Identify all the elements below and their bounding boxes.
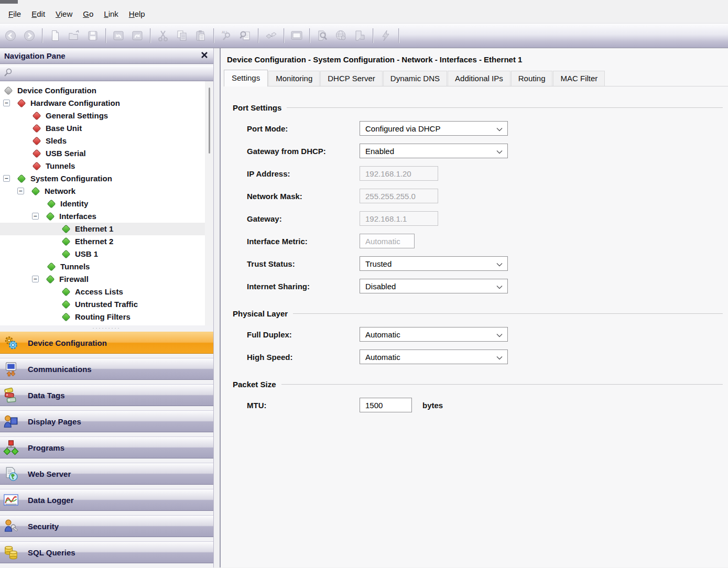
copy-icon[interactable] — [172, 27, 191, 44]
back-icon[interactable] — [1, 27, 20, 44]
plug-icon[interactable] — [262, 27, 280, 44]
category-device-configuration[interactable]: Device Configuration — [0, 332, 213, 354]
full-duplex-select[interactable]: Automatic — [360, 327, 508, 342]
category-security[interactable]: Security — [0, 515, 213, 537]
group-port-settings: Port Settings — [233, 103, 723, 112]
port-mode-select[interactable]: Configured via DHCP — [360, 121, 508, 136]
tree-item-usb-serial[interactable]: USB Serial — [0, 147, 213, 160]
pane-divider[interactable] — [214, 48, 220, 567]
collapse-icon[interactable] — [3, 175, 10, 182]
tree-item-general-settings[interactable]: General Settings — [0, 110, 213, 122]
screen-icon[interactable] — [287, 27, 306, 44]
tree-item-sleds[interactable]: Sleds — [0, 135, 213, 147]
lightning-icon[interactable] — [376, 27, 395, 44]
internet-sharing-select[interactable]: Disabled — [360, 279, 508, 293]
tree-item-tunnels-hw[interactable]: Tunnels — [0, 160, 213, 172]
tab-dynamic-dns[interactable]: Dynamic DNS — [383, 71, 447, 86]
tree-item-device-configuration[interactable]: Device Configuration — [0, 84, 213, 97]
toolbar-separator — [105, 28, 106, 43]
menu-help[interactable]: Help — [124, 7, 150, 20]
row-gateway: Gateway: 192.168.1.1 — [247, 211, 728, 226]
category-communications[interactable]: Communications — [0, 358, 213, 380]
tree-search-bar[interactable] — [0, 65, 213, 81]
tree-item-identity[interactable]: Identity — [0, 198, 213, 210]
open-icon[interactable] — [64, 27, 83, 44]
category-buttons: Device Configuration Communications Data… — [0, 331, 213, 567]
toolbar-separator — [150, 28, 150, 43]
category-web-server[interactable]: Web Server — [0, 463, 213, 485]
ip-address-field: 192.168.1.20 — [360, 166, 438, 181]
find-all-icon[interactable]: ALL — [217, 27, 236, 44]
row-internet-sharing: Internet Sharing: Disabled — [247, 279, 728, 293]
category-data-logger[interactable]: Data Logger — [0, 489, 213, 511]
save-icon[interactable] — [83, 27, 102, 44]
menu-view[interactable]: View — [50, 7, 78, 20]
tab-mac-filter[interactable]: MAC Filter — [553, 71, 605, 86]
undo-icon[interactable] — [109, 27, 128, 44]
tree-scrollbar-thumb[interactable] — [209, 88, 210, 154]
category-programs[interactable]: Programs — [0, 436, 213, 458]
tree-item-ethernet-1[interactable]: Ethernet 1 — [0, 223, 213, 235]
collapse-icon[interactable] — [3, 100, 10, 106]
mtu-input[interactable]: 1500 — [360, 398, 412, 412]
menu-file[interactable]: File — [3, 7, 26, 20]
menu-link[interactable]: Link — [99, 7, 124, 20]
row-gateway-from-dhcp: Gateway from DHCP: Enabled — [247, 144, 728, 158]
close-icon[interactable] — [201, 51, 208, 60]
category-display-pages[interactable]: Display Pages — [0, 410, 213, 432]
tree-scrollbar[interactable] — [205, 81, 213, 325]
tab-dhcp-server[interactable]: DHCP Server — [320, 71, 383, 86]
tree-item-hardware-configuration[interactable]: Hardware Configuration — [0, 97, 213, 110]
high-speed-select[interactable]: Automatic — [360, 349, 508, 364]
tree-item-routing-filters[interactable]: Routing Filters — [0, 311, 213, 323]
sql-queries-icon — [2, 543, 20, 562]
toolbar-separator — [42, 28, 42, 43]
diamond-icon — [17, 99, 26, 107]
diamond-icon — [62, 249, 71, 258]
tree-item-usb-1[interactable]: USB 1 — [0, 248, 213, 260]
tree-item-tunnels-net[interactable]: Tunnels — [0, 260, 213, 273]
collapse-icon[interactable] — [32, 213, 39, 220]
tab-routing[interactable]: Routing — [511, 71, 553, 86]
zoom-icon[interactable] — [313, 27, 332, 44]
tree-item-access-lists[interactable]: Access Lists — [0, 286, 213, 298]
category-data-tags[interactable]: Data Tags — [0, 384, 213, 406]
gears-icon — [2, 333, 20, 352]
redo-icon[interactable] — [128, 27, 147, 44]
cut-icon[interactable] — [154, 27, 172, 44]
menu-edit[interactable]: Edit — [26, 7, 50, 20]
web-icon[interactable] — [332, 27, 351, 44]
menu-bar: File Edit View Go Link Help — [0, 4, 728, 24]
forward-icon[interactable] — [20, 27, 39, 44]
security-icon — [2, 517, 20, 536]
row-trust-status: Trust Status: Trusted — [247, 256, 728, 271]
category-sql-queries[interactable]: SQL Queries — [0, 541, 213, 563]
tree-item-network[interactable]: Network — [0, 185, 213, 198]
tree-item-interfaces[interactable]: Interfaces — [0, 210, 213, 223]
pane-splitter[interactable]: ········· — [0, 325, 213, 331]
collapse-icon[interactable] — [17, 188, 24, 194]
tree-item-ethernet-2[interactable]: Ethernet 2 — [0, 235, 213, 248]
collapse-icon[interactable] — [32, 276, 39, 282]
find-in-document-icon[interactable] — [236, 27, 255, 44]
tree-item-firewall[interactable]: Firewall — [0, 273, 213, 286]
row-network-mask: Network Mask: 255.255.255.0 — [247, 189, 728, 203]
page-link-icon[interactable] — [351, 27, 370, 44]
diamond-icon — [62, 325, 71, 325]
paste-icon[interactable] — [191, 27, 210, 44]
interface-metric-field[interactable]: Automatic — [360, 234, 415, 248]
gateway-from-dhcp-select[interactable]: Enabled — [360, 144, 508, 158]
tree-item-untrusted-traffic[interactable]: Untrusted Traffic — [0, 298, 213, 311]
menu-go[interactable]: Go — [78, 7, 99, 20]
tab-settings[interactable]: Settings — [224, 70, 268, 86]
trust-status-select[interactable]: Trusted — [360, 256, 508, 271]
tab-additional-ips[interactable]: Additional IPs — [448, 71, 510, 86]
row-port-mode: Port Mode: Configured via DHCP — [247, 121, 728, 136]
tab-monitoring[interactable]: Monitoring — [268, 71, 320, 86]
tree-item-base-unit[interactable]: Base Unit — [0, 122, 213, 135]
settings-form: Port Settings Port Mode: Configured via … — [221, 86, 728, 412]
new-file-icon[interactable] — [46, 27, 64, 44]
tree-item-system-configuration[interactable]: System Configuration — [0, 172, 213, 185]
diamond-icon — [62, 224, 71, 233]
tree-item-port-forwarding[interactable]: Port Forwarding — [0, 323, 213, 325]
